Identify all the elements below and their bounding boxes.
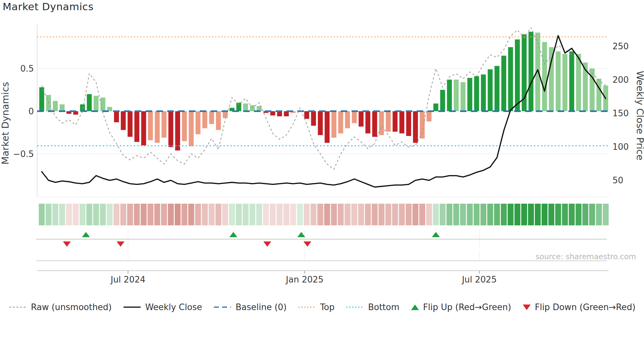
heatmap-cell [569, 204, 575, 225]
heatmap-cell [508, 204, 514, 225]
heatmap-cell [297, 204, 303, 225]
heatmap-cell [379, 204, 384, 225]
source-note: source: sharemaestro.com [536, 252, 636, 261]
heatmap-cell [39, 204, 45, 225]
momentum-bar [372, 111, 377, 137]
legend: Raw (unsmoothed)Weekly CloseBaseline (0)… [0, 302, 644, 312]
heatmap-cell [365, 204, 371, 225]
momentum-bar [134, 111, 139, 142]
legend-label: Flip Up (Red→Green) [423, 302, 511, 312]
heatmap-cell [242, 204, 248, 225]
momentum-bar [501, 56, 506, 111]
heatmap-cell [317, 204, 323, 225]
momentum-bar [243, 103, 248, 111]
momentum-bar [454, 79, 459, 111]
heatmap-cell [168, 204, 174, 225]
heatmap-cell [270, 204, 276, 225]
momentum-bar [406, 111, 411, 136]
heatmap-cell [453, 204, 459, 225]
right-tick-label: 150 [612, 108, 629, 118]
legend-item-top: Top [298, 302, 334, 312]
momentum-bar [461, 82, 466, 111]
momentum-bar [141, 111, 146, 146]
momentum-bar [528, 32, 533, 111]
right-tick-label: 50 [612, 175, 623, 185]
heatmap-cell [310, 204, 316, 225]
momentum-bar [515, 39, 520, 111]
heatmap-cell [52, 204, 58, 225]
heatmap-cell [209, 204, 215, 225]
legend-label: Bottom [368, 302, 399, 312]
momentum-bar [121, 111, 126, 130]
heatmap-cell [113, 204, 119, 225]
momentum-bar [474, 76, 479, 111]
heatmap-cell [236, 204, 242, 225]
momentum-bar [386, 111, 391, 132]
momentum-bar [508, 47, 513, 111]
heatmap-cell [324, 204, 330, 225]
momentum-bar [53, 101, 58, 111]
right-axis-title: Weekly Close Price [634, 71, 644, 161]
heatmap-cell [100, 204, 106, 225]
heatmap-cell [107, 204, 113, 225]
heatmap-cell [440, 204, 446, 225]
momentum-bar [250, 105, 255, 111]
heatmap-cell [181, 204, 187, 225]
legend-label: Top [320, 302, 334, 312]
momentum-bar [325, 111, 330, 143]
x-tick-label: Jul 2025 [461, 275, 497, 284]
momentum-bar [447, 79, 452, 111]
left-tick-label: 0 [28, 106, 34, 116]
legend-label: Baseline (0) [236, 302, 287, 312]
left-axis-title: Market Dynamics [0, 82, 11, 165]
momentum-bar [87, 94, 92, 111]
heatmap-cell [120, 204, 126, 225]
heatmap-cell [460, 204, 466, 225]
heatmap-cell [73, 204, 79, 225]
momentum-bar [162, 111, 167, 138]
raw-line [42, 28, 606, 170]
right-tick-label: 200 [612, 75, 629, 85]
heatmap-cell [487, 204, 493, 225]
heatmap-cell [202, 204, 208, 225]
legend-flip-down-icon [522, 304, 531, 311]
legend-flip-up-icon [411, 304, 419, 311]
flip-up-marker [432, 232, 440, 237]
momentum-bar [352, 111, 357, 123]
heatmap-cell [548, 204, 554, 225]
momentum-bar [202, 111, 207, 128]
momentum-bar [494, 66, 499, 111]
legend-label: Weekly Close [145, 302, 202, 312]
chart-area: Jul 2024Jan 2025Jul 20250.50−0.525020015… [0, 0, 644, 290]
heatmap-cell [555, 204, 561, 225]
heatmap-cell [93, 204, 99, 225]
heatmap-cell [86, 204, 92, 225]
flip-marker-rows [36, 230, 607, 261]
heatmap-cell [141, 204, 147, 225]
momentum-bar [345, 111, 350, 128]
heatmap-cell [562, 204, 568, 225]
momentum-bar [311, 111, 316, 126]
heatmap-cell [426, 204, 432, 225]
heatmap-cell [576, 204, 582, 225]
momentum-bar [168, 111, 173, 147]
momentum-bar [209, 111, 214, 124]
heatmap-cell [175, 204, 181, 225]
heatmap-cell [161, 204, 167, 225]
momentum-bar [332, 111, 336, 138]
heatmap-cell [216, 204, 221, 225]
heatmap-cell [148, 204, 153, 225]
legend-item-raw: Raw (unsmoothed) [9, 302, 112, 312]
heatmap-cell [80, 204, 85, 225]
heatmap-cell [480, 204, 486, 225]
heatmap-cell [501, 204, 507, 225]
momentum-bar [440, 90, 445, 111]
heatmap-cell [589, 204, 595, 225]
momentum-bar [393, 111, 398, 132]
momentum-bar [304, 111, 309, 119]
heatmap-cell [290, 204, 296, 225]
legend-baseline-icon [213, 304, 232, 310]
momentum-bar [426, 111, 431, 122]
momentum-bar [148, 111, 153, 140]
x-tick-label: Jan 2025 [285, 275, 324, 284]
